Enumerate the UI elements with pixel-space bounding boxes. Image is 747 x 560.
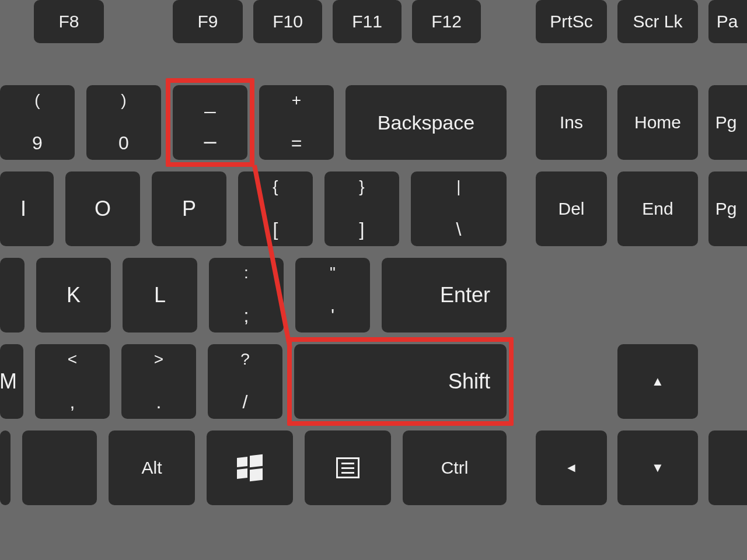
menu-key[interactable]	[305, 430, 391, 505]
key-lower-label: \	[456, 219, 462, 240]
keyboard-region: F8 F9 F10 F11 F12 PrtSc Scr Lk Pa ( 9 ) …	[0, 0, 747, 560]
key-lower-label: =	[291, 132, 302, 154]
f9-key[interactable]: F9	[173, 0, 243, 43]
f11-key[interactable]: F11	[333, 0, 402, 43]
key-lower-label: [	[273, 219, 278, 240]
arrow-right-key-partial[interactable]	[708, 430, 747, 505]
key-lower-label: '	[331, 305, 334, 327]
ctrl-key[interactable]: Ctrl	[403, 430, 507, 505]
key-label: Ins	[560, 113, 583, 132]
key-lower-label: /	[243, 391, 248, 413]
key-lower-label: ,	[70, 391, 75, 413]
key-lower-label: 0	[118, 132, 129, 154]
space-key-partial[interactable]	[0, 430, 11, 505]
f8-key[interactable]: F8	[34, 0, 104, 43]
key-upper-label: }	[359, 177, 364, 196]
key-upper-label: ?	[240, 350, 250, 369]
scrlk-key[interactable]: Scr Lk	[617, 0, 698, 43]
j-key-partial[interactable]	[0, 258, 25, 332]
key-lower-label: –	[204, 129, 216, 154]
key-label: End	[642, 199, 673, 219]
home-key[interactable]: Home	[617, 85, 698, 160]
quote-key[interactable]: " '	[295, 258, 370, 332]
key-lower-label: 9	[32, 132, 43, 154]
key-label: Pg	[715, 113, 737, 132]
key-label: F8	[58, 12, 79, 32]
key-lower-label: ]	[359, 219, 365, 240]
key-label: Pa	[717, 12, 738, 32]
comma-key[interactable]: < ,	[35, 344, 110, 419]
key-label: Pg	[715, 199, 737, 219]
prtsc-key[interactable]: PrtSc	[536, 0, 607, 43]
equals-key[interactable]: + =	[259, 85, 334, 160]
p-key[interactable]: P	[152, 172, 226, 246]
key-upper-label: >	[154, 350, 163, 369]
key-upper-label: _	[205, 91, 216, 114]
key-lower-label: .	[156, 391, 162, 413]
key-label: F10	[273, 12, 303, 32]
pgup-key[interactable]: Pg	[708, 85, 747, 160]
win-key-left-partial[interactable]	[22, 430, 97, 505]
key-upper-label: {	[273, 177, 278, 196]
key-label: Scr Lk	[633, 12, 682, 32]
key-label: Backspace	[378, 111, 474, 134]
f12-key[interactable]: F12	[412, 0, 481, 43]
key-label: Alt	[141, 458, 162, 478]
backslash-key[interactable]: | \	[411, 172, 507, 246]
key-label: O	[95, 197, 111, 221]
key-lower-label: ;	[244, 305, 249, 327]
key-label: Enter	[440, 283, 490, 307]
end-key[interactable]: End	[617, 172, 698, 246]
key-label: Home	[634, 113, 681, 132]
key-label: PrtSc	[550, 12, 592, 32]
key-label: F11	[352, 12, 382, 32]
alt-key[interactable]: Alt	[109, 430, 195, 505]
nine-key[interactable]: ( 9	[0, 85, 75, 160]
key-label: F12	[431, 12, 462, 32]
key-label: L	[154, 283, 166, 307]
win-key[interactable]	[207, 430, 293, 505]
i-key[interactable]: I	[0, 172, 54, 246]
ins-key[interactable]: Ins	[536, 85, 607, 160]
pause-key[interactable]: Pa	[708, 0, 747, 43]
shift-key[interactable]: Shift	[294, 344, 507, 419]
key-label: Del	[558, 199, 584, 219]
f10-key[interactable]: F10	[253, 0, 322, 43]
k-key[interactable]: K	[36, 258, 111, 332]
arrow-left-key[interactable]: ◄	[536, 430, 607, 505]
del-key[interactable]: Del	[536, 172, 607, 246]
key-upper-label: <	[68, 350, 77, 369]
minus-key[interactable]: _ –	[173, 85, 247, 160]
key-upper-label: )	[121, 91, 126, 110]
key-label: P	[182, 197, 196, 221]
key-label: Shift	[448, 369, 490, 394]
menu-icon	[336, 457, 359, 478]
key-label: F9	[197, 12, 218, 32]
l-key[interactable]: L	[123, 258, 197, 332]
arrow-up-icon: ▲	[651, 374, 664, 389]
enter-key[interactable]: Enter	[382, 258, 507, 332]
arrow-left-icon: ◄	[565, 460, 578, 475]
rbracket-key[interactable]: } ]	[324, 172, 399, 246]
lbracket-key[interactable]: { [	[238, 172, 313, 246]
key-upper-label: "	[330, 264, 336, 282]
key-label: K	[67, 283, 81, 307]
pgdn-key[interactable]: Pg	[708, 172, 747, 246]
key-upper-label: +	[292, 91, 301, 110]
m-key[interactable]: M	[0, 344, 23, 419]
backspace-key[interactable]: Backspace	[345, 85, 507, 160]
key-upper-label: (	[34, 91, 40, 110]
period-key[interactable]: > .	[121, 344, 196, 419]
arrow-down-icon: ▼	[651, 460, 664, 475]
windows-icon	[237, 455, 263, 481]
arrow-up-key[interactable]: ▲	[617, 344, 698, 419]
key-label: Ctrl	[441, 458, 469, 478]
key-upper-label: :	[244, 264, 249, 282]
slash-key[interactable]: ? /	[208, 344, 282, 419]
key-label: I	[20, 197, 26, 221]
zero-key[interactable]: ) 0	[86, 85, 161, 160]
o-key[interactable]: O	[65, 172, 140, 246]
key-upper-label: |	[456, 177, 460, 196]
arrow-down-key[interactable]: ▼	[617, 430, 698, 505]
key-label: M	[0, 369, 17, 394]
